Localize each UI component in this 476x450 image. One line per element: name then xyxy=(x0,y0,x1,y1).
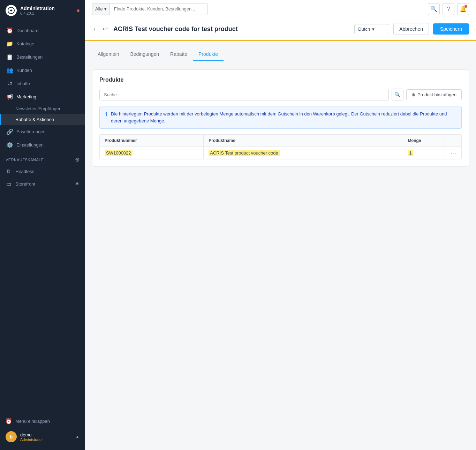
tab-bedingungen[interactable]: Bedingungen xyxy=(124,48,165,61)
cell-produktname: ACRIS Test product voucher code xyxy=(204,147,403,159)
logo-icon xyxy=(6,5,17,16)
logo-version: 6.4.20.1 xyxy=(20,11,55,15)
products-search-button[interactable]: 🔍 xyxy=(392,89,403,100)
sidebar: Administration 6.4.20.1 ⏰ Dashboard 📁 Ka… xyxy=(0,0,85,450)
info-icon: ℹ xyxy=(105,111,107,118)
col-header-produktname: Produktname xyxy=(204,135,403,147)
content-area: Allgemein Bedingungen Rabatte Produkte P… xyxy=(85,41,476,450)
refresh-button[interactable]: ↩ xyxy=(101,24,109,33)
user-role: Administrator xyxy=(20,437,72,442)
add-channel-icon[interactable]: ⊕ xyxy=(75,156,80,163)
collapse-icon: ⏰ xyxy=(6,418,12,424)
table-row: SW1000022 ACRIS Test product voucher cod… xyxy=(100,147,461,159)
cell-actions[interactable]: ··· xyxy=(445,147,461,159)
sidebar-nav: ⏰ Dashboard 📁 Kataloge 📋 Bestellungen 👥 … xyxy=(0,21,85,410)
tab-rabatte[interactable]: Rabatte xyxy=(165,48,193,61)
notification-badge xyxy=(464,5,467,8)
user-initial: b xyxy=(10,434,13,440)
storefront-icon: 🗃 xyxy=(6,181,12,187)
add-product-button[interactable]: ⊕ Produkt hinzufügen xyxy=(406,89,462,100)
channel-headless-label: Headless xyxy=(15,169,34,174)
sidebar-item-label: Inhalte xyxy=(16,81,30,86)
status-dot xyxy=(77,9,80,12)
kunden-icon: 👥 xyxy=(7,67,13,73)
eye-icon[interactable]: 👁 xyxy=(75,181,80,187)
collapse-menu-item[interactable]: ⏰ Menü einklappen xyxy=(0,414,85,428)
topbar: Alle ▾ 🔍 ? 🔔 xyxy=(85,0,476,18)
info-text: Die hinterlegten Produkte werden mit der… xyxy=(111,111,456,124)
sidebar-item-kataloge[interactable]: 📁 Kataloge xyxy=(0,37,85,50)
tab-bedingungen-label: Bedingungen xyxy=(130,51,159,57)
sidebar-item-inhalte[interactable]: 🗂 Inhalte xyxy=(0,77,85,90)
tab-produkte-label: Produkte xyxy=(198,51,218,57)
headless-icon: 🖥 xyxy=(6,168,12,174)
sidebar-item-einstellungen[interactable]: ⚙️ Einstellungen xyxy=(0,138,85,151)
search-container: Alle ▾ xyxy=(92,3,208,15)
search-input[interactable] xyxy=(110,3,207,15)
sidebar-item-kunden[interactable]: 👥 Kunden xyxy=(0,63,85,77)
logo-area: Administration 6.4.20.1 xyxy=(0,0,85,21)
tab-produkte[interactable]: Produkte xyxy=(193,48,224,61)
sales-channels-section: Verkaufskanäle ⊕ xyxy=(0,151,85,165)
sidebar-item-label: Dashboard xyxy=(16,28,39,33)
table-header-row: Produktnummer Produktname Menge xyxy=(100,135,461,147)
user-info: demo Administrator xyxy=(20,432,72,442)
tab-allgemein-label: Allgemein xyxy=(98,51,119,57)
plus-icon: ⊕ xyxy=(411,92,415,97)
col-header-produktnummer: Produktnummer xyxy=(100,135,204,147)
info-box: ℹ Die hinterlegten Produkte werden mit d… xyxy=(99,106,462,129)
search-select[interactable]: Alle ▾ xyxy=(92,3,110,15)
language-chevron-icon: ▾ xyxy=(372,27,375,32)
page-title: ACRIS Test voucher code for test product xyxy=(113,25,350,33)
sidebar-item-bestellungen[interactable]: 📋 Bestellungen xyxy=(0,50,85,63)
products-card: Produkte 🔍 ⊕ Produkt hinzufügen ℹ Die hi… xyxy=(92,69,469,167)
channel-headless[interactable]: 🖥 Headless xyxy=(0,165,85,178)
inhalte-icon: 🗂 xyxy=(7,80,13,87)
search-select-chevron-icon: ▾ xyxy=(104,6,107,12)
col-header-actions xyxy=(445,135,461,147)
sidebar-subitem-newsletter[interactable]: Newsletter-Empfänger xyxy=(0,103,85,114)
add-product-label: Produkt hinzufügen xyxy=(417,92,456,97)
erweiterungen-icon: 🔗 xyxy=(7,128,13,135)
main-content: Alle ▾ 🔍 ? 🔔 ‹ ↩ ACRIS Test voucher code… xyxy=(85,0,476,450)
products-table-wrapper: Produktnummer Produktname Menge SW100002… xyxy=(99,134,462,159)
tab-rabatte-label: Rabatte xyxy=(170,51,187,57)
language-value: Dutch xyxy=(358,27,370,32)
cell-produktnummer: SW1000022 xyxy=(100,147,204,159)
sidebar-item-label: Kunden xyxy=(16,68,32,73)
tab-allgemein[interactable]: Allgemein xyxy=(92,48,124,61)
save-button[interactable]: Speichern xyxy=(433,23,469,35)
search-button[interactable]: 🔍 xyxy=(428,3,440,15)
sidebar-item-erweiterungen[interactable]: 🔗 Erweiterungen xyxy=(0,125,85,138)
produktnummer-highlight: SW1000022 xyxy=(105,150,133,156)
sidebar-item-marketing[interactable]: 📢 Marketing xyxy=(0,90,85,103)
user-avatar: b xyxy=(6,431,17,442)
sales-channels-label: Verkaufskanäle xyxy=(6,158,44,162)
products-table: Produktnummer Produktname Menge SW100002… xyxy=(100,135,461,159)
sidebar-item-label: Erweiterungen xyxy=(16,129,46,134)
notifications-button[interactable]: 🔔 xyxy=(457,3,469,15)
help-button[interactable]: ? xyxy=(443,3,454,15)
user-name: demo xyxy=(20,432,72,437)
sidebar-item-label: Kataloge xyxy=(16,41,34,46)
page-header: ‹ ↩ ACRIS Test voucher code for test pro… xyxy=(85,18,476,41)
kataloge-icon: 📁 xyxy=(7,40,13,47)
products-search-input[interactable] xyxy=(99,89,389,100)
sidebar-subitem-rabatte[interactable]: Rabatte & Aktionen xyxy=(0,114,85,125)
logo-text: Administration 6.4.20.1 xyxy=(20,6,55,15)
channel-storefront[interactable]: 🗃 Storefront 👁 xyxy=(0,178,85,190)
sidebar-footer: ⏰ Menü einklappen b demo Administrator ▲ xyxy=(0,410,85,450)
channel-storefront-label: Storefront xyxy=(15,181,35,187)
sidebar-item-dashboard[interactable]: ⏰ Dashboard xyxy=(0,24,85,37)
user-section[interactable]: b demo Administrator ▲ xyxy=(0,428,85,446)
user-chevron-icon: ▲ xyxy=(75,434,80,439)
produktname-highlight: ACRIS Test product voucher code xyxy=(209,150,280,156)
sidebar-item-label: Bestellungen xyxy=(16,54,43,60)
language-select[interactable]: Dutch ▾ xyxy=(354,24,389,34)
logo-title: Administration xyxy=(20,6,55,11)
dashboard-icon: ⏰ xyxy=(7,27,13,33)
search-select-value: Alle xyxy=(95,6,103,12)
marketing-icon: 📢 xyxy=(7,93,13,100)
back-button[interactable]: ‹ xyxy=(92,25,97,33)
cancel-button[interactable]: Abbrechen xyxy=(393,23,429,35)
